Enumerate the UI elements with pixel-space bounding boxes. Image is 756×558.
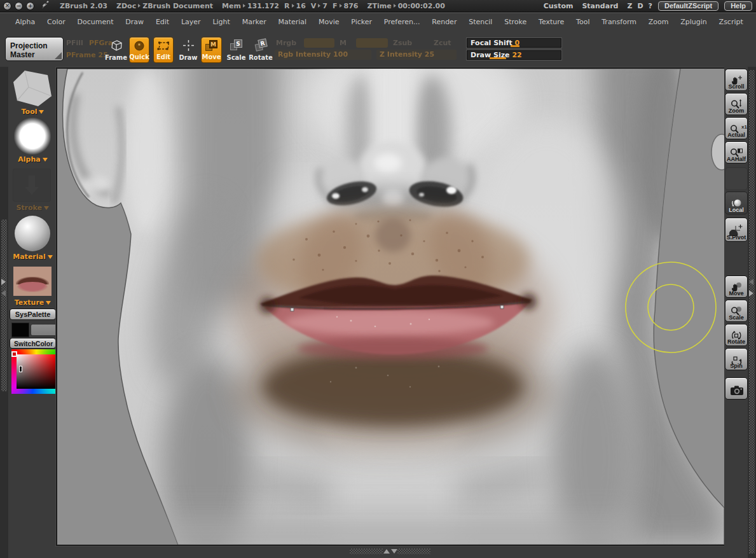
edit-button[interactable]: Edit — [153, 37, 174, 63]
menu-item-color[interactable]: Color — [47, 18, 65, 26]
scroll-up-icon[interactable] — [383, 549, 390, 554]
draw-size-slider[interactable]: Draw Size 22 — [466, 50, 562, 60]
hscroll-right-track[interactable] — [397, 548, 430, 554]
alpha-thumbnail[interactable] — [14, 118, 51, 155]
menu-item-marker[interactable]: Marker — [242, 18, 266, 26]
color-picker[interactable] — [11, 349, 61, 394]
menu-item-draw[interactable]: Draw — [125, 18, 144, 26]
menu-item-tool[interactable]: Tool — [576, 18, 589, 26]
painted-lips — [233, 202, 553, 449]
menu-item-zscript[interactable]: Zscript — [719, 18, 743, 26]
arrow-right-icon — [292, 4, 294, 8]
menu-item-picker[interactable]: Picker — [351, 18, 372, 26]
ui-config-standard[interactable]: Standard — [582, 2, 618, 10]
menu-item-zplugin[interactable]: Zplugin — [680, 18, 707, 26]
control-point-left[interactable] — [291, 308, 294, 311]
canvas-scroll-arrows[interactable] — [383, 548, 397, 554]
rotate-icon: R — [254, 38, 268, 52]
menu-item-light[interactable]: Light — [212, 18, 230, 26]
maximize-window-icon[interactable]: + — [26, 2, 34, 10]
left-tray-open-icon[interactable] — [1, 279, 6, 285]
stroke-thumbnail-disabled — [13, 169, 51, 202]
menu-item-alpha[interactable]: Alpha — [15, 18, 35, 26]
arrow-right-icon — [243, 4, 245, 8]
move-icon: M — [205, 40, 217, 51]
menu-item-movie[interactable]: Movie — [319, 18, 340, 26]
rotate-button[interactable]: R Rotate — [249, 37, 272, 63]
ui-config-z[interactable]: Z — [627, 2, 632, 10]
default-zscript-button[interactable]: DefaultZScript — [658, 1, 718, 11]
snapshot-button[interactable] — [725, 377, 748, 400]
syspalette-button[interactable]: SysPalette — [10, 309, 56, 320]
rgb-intensity-slider-disabled: Rgb Intensity 100 — [275, 50, 371, 60]
rotate-view-button[interactable]: Rotate — [725, 324, 748, 346]
menu-item-material[interactable]: Material — [278, 18, 306, 26]
control-point-right[interactable] — [500, 305, 504, 309]
actual-button[interactable]: x1 Actual — [725, 117, 748, 139]
texture-thumbnail[interactable] — [13, 267, 52, 296]
minimize-window-icon[interactable]: − — [15, 2, 23, 10]
focal-shift-slider[interactable]: Focal Shift 0 — [466, 38, 562, 48]
help-button[interactable]: Help — [724, 1, 752, 11]
left-tray-divider[interactable] — [0, 67, 8, 558]
menu-item-render[interactable]: Render — [432, 18, 457, 26]
switchcolor-button[interactable]: SwitchColor — [10, 338, 56, 349]
main-color-swatch[interactable] — [11, 323, 29, 337]
dropdown-icon — [48, 255, 53, 259]
tool-thumbnail[interactable] — [12, 69, 53, 110]
set-pivot-button[interactable]: S.Pivot — [725, 218, 748, 242]
scroll-button[interactable]: Scroll — [725, 69, 748, 91]
scale-button[interactable]: S Scale — [226, 37, 247, 63]
draw-size-handle[interactable] — [490, 57, 506, 59]
scale-view-button[interactable]: Scale — [725, 300, 748, 322]
focal-shift-handle[interactable] — [511, 45, 519, 47]
dropdown-icon — [43, 158, 48, 162]
menu-item-edit[interactable]: Edit — [156, 18, 169, 26]
left-tray-texture[interactable] — [1, 220, 7, 391]
ui-config-custom[interactable]: Custom — [544, 2, 574, 10]
right-tray-close-icon[interactable] — [749, 290, 753, 296]
tool-palette-label[interactable]: Tool — [8, 108, 57, 116]
zoom-button[interactable]: Zoom — [725, 93, 748, 115]
scale-icon: S — [230, 39, 242, 50]
menu-item-transform[interactable]: Transform — [601, 18, 636, 26]
move-button[interactable]: M Move — [201, 37, 222, 63]
scroll-down-icon[interactable] — [391, 549, 397, 554]
menu-item-stencil[interactable]: Stencil — [469, 18, 492, 26]
projection-master-button[interactable]: Projection Master — [5, 37, 64, 61]
color-picker-hue-selector[interactable] — [11, 351, 17, 357]
local-button[interactable]: Local — [725, 192, 748, 214]
menu-item-preferences[interactable]: Preferen... — [384, 18, 420, 26]
help-question-button[interactable]: ? — [649, 2, 652, 10]
alpha-palette-label[interactable]: Alpha — [8, 155, 57, 164]
stroke-palette-label: Stroke — [8, 204, 57, 212]
color-picker-cursor[interactable] — [19, 366, 22, 372]
secondary-color-swatch[interactable] — [31, 324, 57, 336]
material-thumbnail[interactable] — [15, 216, 50, 251]
menu-item-document[interactable]: Document — [78, 18, 114, 26]
color-picker-gradient[interactable] — [17, 354, 56, 389]
menu-item-texture[interactable]: Texture — [539, 18, 564, 26]
right-tray-open-icon[interactable] — [749, 279, 753, 285]
right-tray-divider[interactable] — [748, 67, 756, 558]
menu-item-stroke[interactable]: Stroke — [504, 18, 526, 26]
document-canvas[interactable] — [57, 69, 724, 545]
left-tray-close-icon[interactable] — [1, 290, 6, 296]
frame-button[interactable]: Frame — [106, 37, 127, 63]
menu-item-layer[interactable]: Layer — [181, 18, 201, 26]
close-window-icon[interactable]: ✕ — [3, 2, 11, 10]
aahalf-button[interactable]: AAHalf — [725, 141, 748, 164]
texture-palette-label[interactable]: Texture — [8, 298, 57, 307]
draw-button[interactable]: Draw — [178, 37, 198, 63]
quick-button[interactable]: Quick — [129, 37, 149, 63]
mrgb-disabled: Mrgb — [276, 39, 296, 47]
move-view-button[interactable]: Move — [725, 276, 748, 298]
material-palette-label[interactable]: Material — [8, 253, 57, 261]
dropdown-icon — [46, 301, 51, 305]
hscroll-left-track[interactable] — [350, 548, 383, 554]
ui-config-d[interactable]: D — [637, 2, 643, 10]
spin-button[interactable]: Spin — [725, 348, 748, 370]
menu-item-zoom[interactable]: Zoom — [649, 18, 669, 26]
right-tray-texture[interactable] — [749, 70, 755, 554]
zadd-mode-disabled — [356, 38, 388, 48]
